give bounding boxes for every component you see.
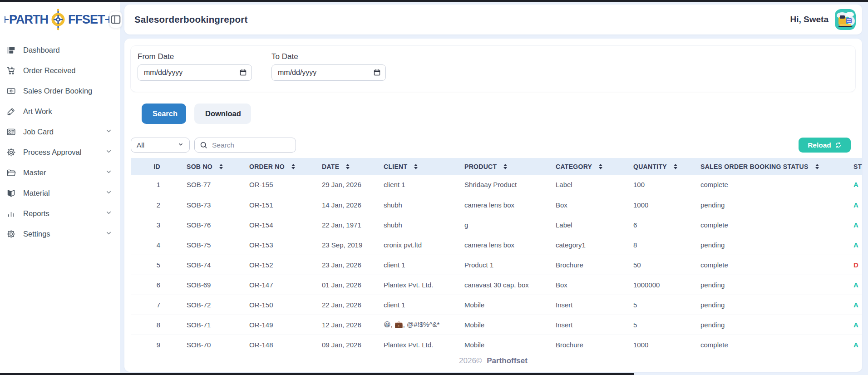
row-action-link[interactable]: D: [847, 255, 862, 275]
cell-order_no: OR-150: [243, 295, 316, 315]
sort-icon[interactable]: [414, 164, 418, 169]
to-date-input[interactable]: [271, 64, 386, 81]
cell-sob_status: pending: [694, 235, 847, 255]
column-header-quantity[interactable]: QUANTITY: [627, 158, 694, 175]
column-header-category[interactable]: CATEGORY: [549, 158, 627, 175]
brand-logo[interactable]: PARTH FFSET: [5, 8, 109, 31]
cell-sob_no: SOB-72: [180, 295, 243, 315]
table-header-row: IDSOB NOORDER NODATECLIENTPRODUCTCATEGOR…: [131, 158, 862, 175]
column-header-date[interactable]: DATE: [316, 158, 377, 175]
row-action-link[interactable]: A: [847, 195, 862, 215]
cell-product: Shridaay Product: [458, 175, 549, 195]
column-label: QUANTITY: [633, 163, 667, 170]
logo-right-tick: [106, 16, 109, 23]
sidebar-item-process-approval[interactable]: Process Approval: [0, 142, 120, 163]
table-search-input[interactable]: [194, 138, 296, 153]
sort-icon[interactable]: [219, 164, 223, 169]
row-action-link[interactable]: A: [847, 235, 862, 255]
cell-product: camera lens box: [458, 235, 549, 255]
cell-quantity: 1000: [627, 335, 694, 355]
screen-top-edge: [0, 0, 868, 2]
search-button[interactable]: Search: [142, 104, 186, 124]
sidebar-item-job-card[interactable]: Job Card: [0, 122, 120, 142]
sidebar-item-dashboard[interactable]: Dashboard: [0, 40, 120, 60]
cell-date: 23 Sep, 2019: [316, 235, 377, 255]
logo-text-right: FFSET: [68, 12, 105, 27]
cell-category: Brochure: [549, 255, 627, 275]
cell-order_no: OR-147: [243, 275, 316, 295]
row-action-link[interactable]: A: [847, 295, 862, 315]
footer-brand: Parthoffset: [487, 356, 528, 365]
calendar-icon[interactable]: [239, 69, 247, 78]
row-action-link[interactable]: A: [847, 215, 862, 235]
sort-icon[interactable]: [674, 164, 677, 169]
sidebar-item-reports[interactable]: Reports: [0, 203, 120, 224]
report-table: IDSOB NOORDER NODATECLIENTPRODUCTCATEGOR…: [131, 158, 862, 355]
cell-quantity: 6: [627, 215, 694, 235]
cell-date: 14 Jan, 2026: [316, 195, 377, 215]
cell-product: canavast 30 cap. box: [458, 275, 549, 295]
cart-icon: [5, 66, 16, 75]
calendar-icon[interactable]: [373, 69, 381, 78]
column-label: DATE: [322, 163, 339, 170]
sort-icon[interactable]: [815, 164, 819, 169]
column-filter-select[interactable]: All: [131, 138, 190, 153]
column-header-id: ID: [131, 158, 180, 175]
cell-date: 01 Jan, 2026: [316, 275, 377, 295]
gear-icon: [5, 229, 16, 239]
cell-quantity: 8: [627, 235, 694, 255]
reload-button[interactable]: Reload: [799, 138, 851, 153]
cell-category: Insert: [549, 295, 627, 315]
sidebar-toggle-button[interactable]: [109, 11, 122, 28]
sidebar-nav: DashboardOrder ReceivedSales Order Booki…: [0, 37, 120, 244]
cell-client: 😀, 💼, @#!$%^&*: [377, 315, 458, 335]
cell-category: Box: [549, 275, 627, 295]
cell-date: 12 Jan, 2026: [316, 315, 377, 335]
row-action-link[interactable]: A: [847, 315, 862, 335]
row-action-link[interactable]: A: [847, 275, 862, 295]
user-avatar[interactable]: [835, 9, 856, 30]
cell-sob_no: SOB-74: [180, 255, 243, 275]
sidebar-item-sales-order-booking[interactable]: Sales Order Booking: [0, 81, 120, 101]
cell-product: camera lens box: [458, 195, 549, 215]
column-label: ORDER NO: [249, 163, 285, 170]
sidebar-item-master[interactable]: Master: [0, 163, 120, 183]
row-action-link[interactable]: A: [847, 335, 862, 355]
cell-product: Product 1: [458, 255, 549, 275]
download-button[interactable]: Download: [194, 104, 251, 124]
chart-icon: [5, 209, 16, 218]
sort-icon[interactable]: [346, 164, 350, 169]
column-header-sob_no[interactable]: SOB NO: [180, 158, 243, 175]
cell-quantity: 5: [627, 295, 694, 315]
cell-sob_status: pending: [694, 295, 847, 315]
sidebar-item-settings[interactable]: Settings: [0, 224, 120, 244]
sidebar-item-material[interactable]: Material: [0, 183, 120, 203]
sort-icon[interactable]: [599, 164, 602, 169]
cell-product: Mobile: [458, 295, 549, 315]
cell-sob_status: pending: [694, 275, 847, 295]
sort-icon[interactable]: [291, 164, 295, 169]
column-header-order_no[interactable]: ORDER NO: [243, 158, 316, 175]
idcard-icon: [5, 127, 16, 137]
footer-year: 2026©: [459, 356, 482, 365]
banknote-icon: [5, 86, 16, 96]
row-action-link[interactable]: A: [847, 175, 862, 195]
report-table-wrap: IDSOB NOORDER NODATECLIENTPRODUCTCATEGOR…: [131, 158, 862, 355]
cell-order_no: OR-154: [243, 215, 316, 235]
from-date-input[interactable]: [138, 64, 252, 81]
logo-text-left: PARTH: [9, 12, 48, 27]
sidebar-item-label: Job Card: [23, 128, 99, 136]
sidebar-item-order-received[interactable]: Order Received: [0, 60, 120, 81]
column-header-product[interactable]: PRODUCT: [458, 158, 549, 175]
sort-icon[interactable]: [503, 164, 507, 169]
cell-id: 7: [131, 295, 180, 315]
column-header-sob_status[interactable]: SALES ORDER BOOKING STATUS: [694, 158, 847, 175]
cell-product: Mobile: [458, 315, 549, 335]
sidebar-item-art-work[interactable]: Art Work: [0, 101, 120, 122]
column-header-client[interactable]: CLIENT: [377, 158, 458, 175]
cell-sob_no: SOB-76: [180, 215, 243, 235]
cell-date: 22 Jan, 2026: [316, 295, 377, 315]
cell-sob_status: pending: [694, 195, 847, 215]
column-label: ID: [153, 163, 160, 170]
to-date-field: To Date: [271, 52, 386, 92]
